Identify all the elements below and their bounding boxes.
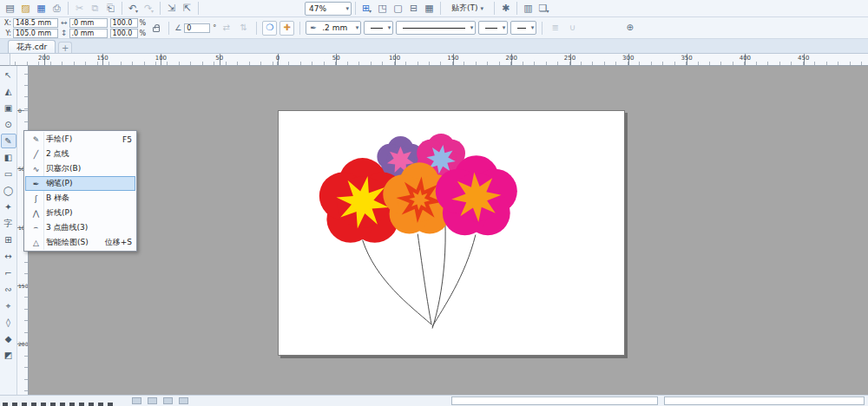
percent-label: %	[140, 29, 147, 37]
dimension-tool[interactable]: ↔	[1, 249, 16, 264]
show-rulers-button[interactable]: ⊟	[406, 2, 421, 16]
ruler-label: 400	[740, 55, 751, 62]
rotation-angle-field[interactable]: 0	[184, 23, 210, 33]
shape-tool[interactable]: ◭	[1, 84, 16, 99]
ellipse-tool[interactable]: ◯	[1, 183, 16, 198]
scale-vertical-field[interactable]: 100.0	[110, 29, 138, 38]
show-grid-button[interactable]: ▦	[422, 2, 437, 16]
preview-mode-button[interactable]: ❍	[262, 21, 277, 36]
line-style-combo[interactable]: ▾	[396, 21, 476, 35]
toolbar-separator	[256, 22, 257, 35]
save-button[interactable]: ▦	[34, 2, 49, 16]
line-sample	[403, 28, 464, 29]
shape-icon: ◭	[5, 87, 12, 96]
export-button[interactable]: ⇱	[180, 2, 194, 16]
pick-tool[interactable]: ↖	[1, 68, 16, 82]
flyout-item-b-spline[interactable]: ʃB 样条	[25, 191, 135, 206]
new-document-button[interactable]: ▤	[3, 2, 17, 16]
ruler-label: 150	[447, 55, 458, 62]
text-tool[interactable]: 字	[1, 216, 16, 231]
flower-stem[interactable]	[432, 235, 476, 326]
auto-add-delete-button[interactable]: ✚	[279, 21, 294, 36]
status-color-field	[664, 396, 865, 405]
table-tool[interactable]: ⊞	[1, 232, 16, 247]
x-position-field[interactable]: 148.5 mm	[13, 18, 58, 28]
flyout-item-freehand[interactable]: ✎手绘(F)F5	[25, 132, 135, 147]
toolbar-separator	[168, 22, 169, 35]
ruler-label: 50	[332, 55, 340, 62]
zoom-tool[interactable]: ⊙	[1, 117, 16, 132]
y-position-field[interactable]: 105.0 mm	[13, 29, 58, 38]
polygon-tool[interactable]: ✦	[1, 200, 16, 214]
ruler-label: 200	[18, 341, 28, 347]
welcome-screen-button[interactable]: ◳	[375, 2, 390, 16]
polygon-icon: ✦	[4, 202, 11, 212]
eyedropper-tool[interactable]: ⌖	[1, 298, 16, 313]
zoom-level-combo[interactable]: 47%▾	[305, 2, 352, 16]
position-group: X: 148.5 mm Y: 105.0 mm	[3, 18, 58, 38]
scale-horizontal-field[interactable]: 100.0	[110, 18, 138, 28]
interactive-fill-tool[interactable]: ◩	[1, 348, 16, 363]
flyout-item-pen[interactable]: ✒钢笔(P)	[25, 176, 135, 191]
new-tab-button[interactable]: +	[58, 42, 72, 53]
polyline-icon: ⋀	[29, 209, 43, 218]
bar-chart-icon: ▥	[523, 3, 532, 13]
open-button[interactable]: ▨	[18, 2, 33, 16]
flyout-item-label: 手绘(F)	[43, 134, 115, 145]
freehand-tool[interactable]: ✎	[1, 134, 16, 148]
flyout-item-2-point-line[interactable]: ╱2 点线	[25, 147, 135, 161]
arrow-end-combo[interactable]: ▾	[478, 21, 508, 35]
print-button[interactable]: ⎙	[49, 2, 64, 16]
object-width-field[interactable]: .0 mm	[69, 18, 108, 28]
lock-ratio-button[interactable]	[148, 21, 163, 36]
undo-button[interactable]: ↶▾	[126, 2, 141, 16]
flyout-item-bezier[interactable]: ∿贝塞尔(B)	[25, 161, 135, 176]
smart-fill-tool[interactable]: ◧	[1, 150, 16, 165]
options-button[interactable]: ✱	[498, 2, 513, 16]
options-icon: ✱	[502, 3, 510, 13]
application-launcher-button[interactable]: ⊞▾	[359, 2, 374, 16]
outline-pen-tool[interactable]: ◊	[1, 315, 16, 330]
mirror-vertical-icon: ⇅	[240, 23, 247, 32]
blend-tool[interactable]: ∾	[1, 282, 16, 297]
corner-style-combo[interactable]: ▾	[510, 21, 536, 35]
bar-chart-button[interactable]: ▥	[521, 2, 536, 16]
document-tab[interactable]: 花卉.cdr	[8, 40, 56, 53]
status-icon-1[interactable]	[132, 397, 141, 404]
line-sample	[517, 28, 525, 29]
rotation-angle-icon: ∠	[174, 24, 181, 32]
smart-fill-icon: ◧	[4, 153, 12, 162]
fullscreen-preview-button[interactable]: ▢	[391, 2, 405, 16]
flower-stem[interactable]	[418, 234, 431, 324]
status-icon-4[interactable]	[179, 397, 188, 404]
flyout-item-smart-drawing[interactable]: △智能绘图(S)位移+S	[25, 235, 135, 250]
arrow-start-combo[interactable]: ▾	[364, 21, 393, 35]
object-height-field[interactable]: .0 mm	[69, 29, 108, 38]
crop-tool[interactable]: ▣	[1, 101, 16, 115]
flyout-item-label: 钢笔(P)	[43, 178, 125, 189]
paste-button[interactable]: ⎗	[103, 2, 118, 16]
status-icon-3[interactable]	[163, 397, 173, 404]
outline-width-combo[interactable]: ✒ .2 mm ▾	[306, 21, 361, 35]
rectangle-tool[interactable]: ▭	[1, 167, 16, 181]
flyout-item-polyline[interactable]: ⋀折线(P)	[25, 206, 135, 220]
import-button[interactable]: ⇲	[164, 2, 179, 16]
flyout-item-3-point-curve[interactable]: ⌢3 点曲线(3)	[25, 220, 135, 235]
object-width-icon: ↔	[61, 19, 68, 27]
drawing-page[interactable]	[278, 110, 625, 356]
document-tab-label: 花卉.cdr	[16, 42, 47, 53]
more-options-button[interactable]: ⊕	[622, 21, 637, 36]
dimension-icon: ↔	[4, 252, 11, 261]
status-icon-2[interactable]	[148, 397, 157, 404]
snap-to-menu[interactable]: 贴齐(T)▾	[448, 2, 487, 16]
ruler-label: 0	[18, 108, 22, 114]
view-mode-button[interactable]: ❏▾	[536, 2, 551, 16]
zoom-level-combo-value: 47%	[309, 4, 326, 13]
connector-tool[interactable]: ⌐	[1, 265, 16, 280]
ruler-label: 150	[18, 282, 28, 288]
ruler-origin-corner[interactable]	[0, 54, 10, 66]
fill-tool[interactable]: ◆	[1, 331, 16, 346]
flyout-item-label: 3 点曲线(3)	[43, 222, 125, 233]
horizontal-ruler[interactable]: 20015010050050100150200250300350400450	[10, 54, 868, 66]
canvas-area[interactable]	[29, 66, 868, 395]
